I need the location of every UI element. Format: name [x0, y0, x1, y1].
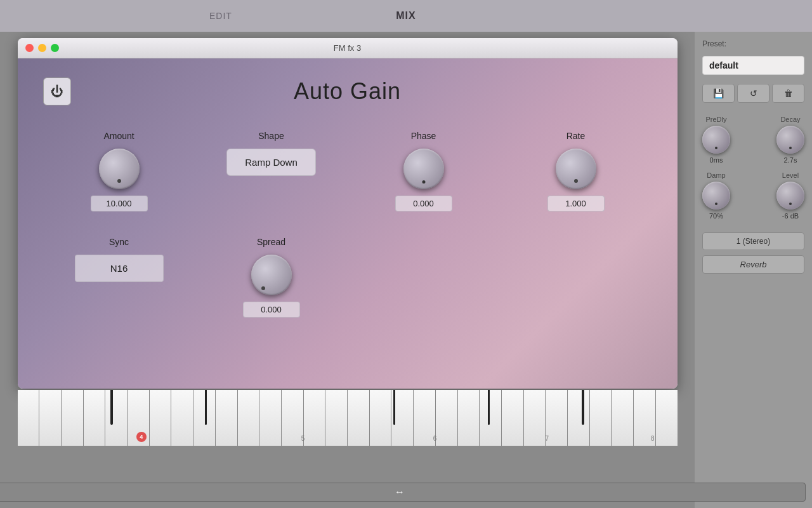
predly-knob-dot	[715, 147, 717, 149]
piano-number-6: 6	[433, 435, 437, 442]
rate-label: Rate	[566, 131, 586, 141]
top-bar: EDIT MIX	[0, 0, 812, 32]
white-key[interactable]	[238, 390, 260, 446]
spread-knob-dot	[261, 286, 265, 290]
damp-knob[interactable]	[702, 182, 730, 210]
white-key[interactable]	[414, 390, 436, 446]
rate-value[interactable]: 1.000	[547, 196, 605, 211]
spread-label: Spread	[257, 237, 285, 247]
white-key[interactable]	[150, 390, 172, 446]
white-key[interactable]	[39, 390, 62, 446]
shape-group: Shape Ramp Down	[195, 131, 348, 176]
white-key[interactable]	[348, 390, 370, 446]
white-key[interactable]	[259, 390, 282, 446]
white-key[interactable]	[216, 390, 238, 446]
predly-knob[interactable]	[702, 126, 730, 154]
arrow-button[interactable]: ↔	[0, 483, 806, 502]
white-key[interactable]	[282, 390, 304, 446]
window-titlebar: FM fx 3	[18, 38, 678, 58]
level-knob[interactable]	[776, 182, 804, 210]
white-key[interactable]	[502, 390, 524, 446]
minimize-button[interactable]	[38, 44, 46, 52]
piano-keyboard: 4 5 6 7 8	[18, 390, 678, 446]
piano-number-5: 5	[301, 435, 305, 442]
white-key[interactable]	[524, 390, 546, 446]
white-key[interactable]	[193, 390, 216, 446]
phase-group: Phase 0.000	[348, 131, 500, 211]
spread-value[interactable]: 0.000	[243, 302, 300, 318]
white-key[interactable]	[325, 390, 348, 446]
decay-value: 2.7s	[784, 156, 797, 164]
plugin-content: ⏻ Auto Gain Amount 10.000	[18, 58, 678, 389]
window-title: FM fx 3	[334, 43, 361, 53]
white-key[interactable]	[612, 390, 634, 446]
white-key[interactable]	[62, 390, 84, 446]
plugin-header: ⏻ Auto Gain	[43, 77, 652, 105]
white-key[interactable]	[391, 390, 414, 446]
amount-knob-container	[99, 149, 140, 189]
predly-group: PreDly 0ms	[702, 116, 730, 164]
preset-input[interactable]	[702, 56, 804, 75]
damp-level-row: Damp 70% Level -6 dB	[702, 171, 804, 220]
mix-tab[interactable]: MIX	[396, 10, 416, 22]
damp-group: Damp 70%	[702, 171, 730, 220]
shape-button[interactable]: Ramp Down	[226, 149, 316, 176]
amount-knob[interactable]	[99, 149, 140, 189]
effect-label: Reverb	[702, 255, 804, 274]
undo-preset-button[interactable]: ↺	[737, 84, 769, 103]
white-key[interactable]	[105, 390, 128, 446]
rate-knob-dot	[574, 179, 578, 183]
white-key[interactable]	[656, 390, 678, 446]
predly-decay-row: PreDly 0ms Decay 2.7s	[702, 116, 804, 164]
save-preset-button[interactable]: 💾	[702, 84, 735, 103]
white-key[interactable]	[458, 390, 480, 446]
channel-display: 1 (Stereo)	[702, 232, 804, 250]
level-group: Level -6 dB	[776, 171, 804, 220]
damp-label: Damp	[707, 171, 725, 179]
white-key[interactable]	[546, 390, 568, 446]
white-key[interactable]	[84, 390, 106, 446]
damp-knob-dot	[715, 203, 717, 205]
power-button[interactable]: ⏻	[43, 77, 71, 105]
phase-knob[interactable]	[403, 149, 444, 189]
piano-keys: 4 5 6 7 8	[18, 390, 678, 446]
plugin-area: FM fx 3 ⏻ Auto Gain Amount	[0, 32, 695, 508]
decay-knob[interactable]	[776, 126, 804, 154]
main-area: FM fx 3 ⏻ Auto Gain Amount	[0, 32, 812, 508]
window-controls	[25, 44, 59, 52]
white-key[interactable]	[590, 390, 612, 446]
sync-value[interactable]: N16	[75, 255, 164, 282]
piano-marker-4: 4	[136, 432, 147, 442]
predly-value: 0ms	[710, 156, 723, 164]
decay-knob-dot	[789, 147, 792, 149]
edit-tab[interactable]: EDIT	[209, 11, 232, 21]
delete-preset-button[interactable]: 🗑	[772, 84, 804, 103]
white-key[interactable]	[304, 390, 326, 446]
sync-group: Sync N16	[43, 237, 195, 282]
plugin-title: Auto Gain	[71, 78, 624, 105]
white-key[interactable]	[18, 390, 40, 446]
level-knob-dot	[789, 203, 792, 205]
rate-group: Rate 1.000	[500, 131, 652, 211]
damp-value: 70%	[709, 212, 723, 220]
controls-row-2: Sync N16 Spread 0.000	[43, 237, 652, 318]
rate-knob[interactable]	[556, 149, 596, 189]
phase-knob-container	[403, 149, 444, 189]
white-key[interactable]	[370, 390, 392, 446]
right-sidebar: Preset: 💾 ↺ 🗑 PreDly 0ms Decay 2.7s	[695, 32, 812, 508]
preset-buttons: 💾 ↺ 🗑	[702, 84, 804, 103]
predly-label: PreDly	[705, 116, 726, 123]
amount-knob-dot	[117, 179, 121, 183]
close-button[interactable]	[25, 44, 34, 52]
amount-value[interactable]: 10.000	[91, 196, 148, 211]
white-key[interactable]	[568, 390, 590, 446]
white-key[interactable]	[480, 390, 502, 446]
phase-value[interactable]: 0.000	[395, 196, 452, 211]
white-key[interactable]	[436, 390, 458, 446]
decay-label: Decay	[780, 116, 800, 123]
spread-knob[interactable]	[251, 255, 292, 295]
white-key[interactable]	[171, 390, 193, 446]
spread-knob-container	[251, 255, 292, 295]
maximize-button[interactable]	[51, 44, 59, 52]
rate-knob-container	[556, 149, 596, 189]
